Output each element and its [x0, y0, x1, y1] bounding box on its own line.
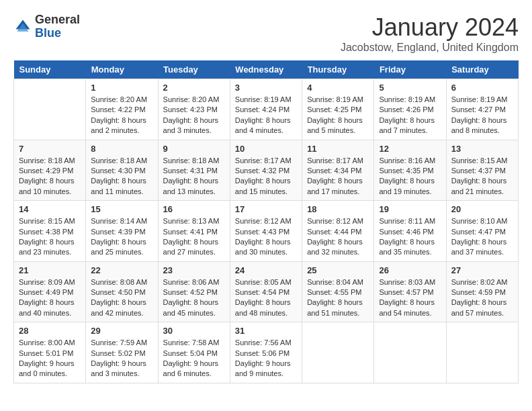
week-row-2: 7Sunrise: 8:18 AM Sunset: 4:29 PM Daylig… — [14, 140, 519, 201]
calendar-cell: 7Sunrise: 8:18 AM Sunset: 4:29 PM Daylig… — [14, 140, 86, 201]
day-info: Sunrise: 8:00 AM Sunset: 5:01 PM Dayligh… — [19, 338, 81, 379]
day-number: 22 — [91, 265, 152, 275]
day-info: Sunrise: 8:03 AM Sunset: 4:57 PM Dayligh… — [379, 277, 441, 319]
calendar-cell: 10Sunrise: 8:17 AM Sunset: 4:32 PM Dayli… — [230, 140, 302, 201]
calendar-cell: 28Sunrise: 8:00 AM Sunset: 5:01 PM Dayli… — [14, 322, 86, 383]
calendar-cell: 25Sunrise: 8:04 AM Sunset: 4:55 PM Dayli… — [302, 261, 374, 322]
day-number: 6 — [451, 83, 513, 93]
calendar-cell: 23Sunrise: 8:06 AM Sunset: 4:52 PM Dayli… — [158, 261, 230, 322]
calendar-cell: 12Sunrise: 8:16 AM Sunset: 4:35 PM Dayli… — [374, 140, 446, 201]
calendar-cell: 19Sunrise: 8:11 AM Sunset: 4:46 PM Dayli… — [374, 201, 446, 262]
day-number: 11 — [307, 144, 369, 154]
calendar-cell: 17Sunrise: 8:12 AM Sunset: 4:43 PM Dayli… — [230, 201, 302, 262]
calendar-cell: 20Sunrise: 8:10 AM Sunset: 4:47 PM Dayli… — [446, 201, 518, 262]
day-number: 24 — [235, 265, 297, 275]
day-number: 31 — [235, 326, 297, 336]
day-number: 29 — [91, 326, 152, 336]
day-number: 26 — [379, 265, 441, 275]
day-info: Sunrise: 8:19 AM Sunset: 4:27 PM Dayligh… — [451, 95, 513, 136]
day-number: 15 — [91, 204, 152, 214]
header-row: SundayMondayTuesdayWednesdayThursdayFrid… — [14, 60, 519, 79]
day-number: 20 — [451, 204, 513, 214]
day-info: Sunrise: 8:15 AM Sunset: 4:37 PM Dayligh… — [451, 156, 513, 197]
calendar-cell — [302, 322, 374, 383]
calendar-cell: 5Sunrise: 8:19 AM Sunset: 4:26 PM Daylig… — [374, 79, 446, 140]
day-number: 2 — [163, 83, 225, 93]
day-info: Sunrise: 8:18 AM Sunset: 4:29 PM Dayligh… — [19, 156, 81, 197]
calendar-cell: 22Sunrise: 8:08 AM Sunset: 4:50 PM Dayli… — [86, 261, 158, 322]
calendar-cell: 4Sunrise: 8:19 AM Sunset: 4:25 PM Daylig… — [302, 79, 374, 140]
day-info: Sunrise: 8:12 AM Sunset: 4:44 PM Dayligh… — [307, 216, 369, 258]
day-info: Sunrise: 8:11 AM Sunset: 4:46 PM Dayligh… — [379, 216, 441, 258]
calendar-cell: 3Sunrise: 8:19 AM Sunset: 4:24 PM Daylig… — [230, 79, 302, 140]
header-cell-friday: Friday — [374, 60, 446, 79]
day-info: Sunrise: 8:02 AM Sunset: 4:59 PM Dayligh… — [451, 277, 513, 319]
day-info: Sunrise: 8:19 AM Sunset: 4:26 PM Dayligh… — [379, 95, 441, 136]
day-number: 8 — [91, 144, 152, 154]
calendar-cell: 15Sunrise: 8:14 AM Sunset: 4:39 PM Dayli… — [86, 201, 158, 262]
day-info: Sunrise: 8:20 AM Sunset: 4:23 PM Dayligh… — [163, 95, 225, 136]
day-number: 16 — [163, 204, 225, 214]
day-info: Sunrise: 8:09 AM Sunset: 4:49 PM Dayligh… — [19, 277, 81, 319]
day-number: 30 — [163, 326, 225, 336]
header-cell-thursday: Thursday — [302, 60, 374, 79]
calendar-cell: 29Sunrise: 7:59 AM Sunset: 5:02 PM Dayli… — [86, 322, 158, 383]
calendar-cell: 16Sunrise: 8:13 AM Sunset: 4:41 PM Dayli… — [158, 201, 230, 262]
day-number: 14 — [19, 204, 81, 214]
day-info: Sunrise: 8:05 AM Sunset: 4:54 PM Dayligh… — [235, 277, 297, 319]
day-number: 23 — [163, 265, 225, 275]
calendar-table: SundayMondayTuesdayWednesdayThursdayFrid… — [13, 60, 519, 383]
header-cell-wednesday: Wednesday — [230, 60, 302, 79]
day-number: 25 — [307, 265, 369, 275]
week-row-1: 1Sunrise: 8:20 AM Sunset: 4:22 PM Daylig… — [14, 79, 519, 140]
location: Jacobstow, England, United Kingdom — [341, 42, 519, 54]
calendar-cell: 30Sunrise: 7:58 AM Sunset: 5:04 PM Dayli… — [158, 322, 230, 383]
day-info: Sunrise: 8:06 AM Sunset: 4:52 PM Dayligh… — [163, 277, 225, 319]
day-info: Sunrise: 8:13 AM Sunset: 4:41 PM Dayligh… — [163, 216, 225, 258]
day-number: 28 — [19, 326, 81, 336]
header-cell-tuesday: Tuesday — [158, 60, 230, 79]
title-section: January 2024 Jacobstow, England, United … — [341, 13, 519, 54]
calendar-cell — [14, 79, 86, 140]
calendar-cell: 14Sunrise: 8:15 AM Sunset: 4:38 PM Dayli… — [14, 201, 86, 262]
day-info: Sunrise: 8:08 AM Sunset: 4:50 PM Dayligh… — [91, 277, 152, 319]
day-info: Sunrise: 8:12 AM Sunset: 4:43 PM Dayligh… — [235, 216, 297, 258]
day-number: 7 — [19, 144, 81, 154]
day-info: Sunrise: 7:58 AM Sunset: 5:04 PM Dayligh… — [163, 338, 225, 379]
day-number: 18 — [307, 204, 369, 214]
day-number: 4 — [307, 83, 369, 93]
day-number: 1 — [91, 83, 152, 93]
logo-icon — [13, 17, 32, 36]
day-number: 21 — [19, 265, 81, 275]
calendar-cell: 2Sunrise: 8:20 AM Sunset: 4:23 PM Daylig… — [158, 79, 230, 140]
calendar-cell: 31Sunrise: 7:56 AM Sunset: 5:06 PM Dayli… — [230, 322, 302, 383]
day-number: 3 — [235, 83, 297, 93]
logo: General Blue — [13, 13, 80, 40]
day-number: 9 — [163, 144, 225, 154]
calendar-header: SundayMondayTuesdayWednesdayThursdayFrid… — [14, 60, 519, 79]
day-info: Sunrise: 8:15 AM Sunset: 4:38 PM Dayligh… — [19, 216, 81, 258]
calendar-body: 1Sunrise: 8:20 AM Sunset: 4:22 PM Daylig… — [14, 79, 519, 383]
day-info: Sunrise: 8:19 AM Sunset: 4:25 PM Dayligh… — [307, 95, 369, 136]
header: General Blue January 2024 Jacobstow, Eng… — [13, 13, 519, 54]
logo-text: General Blue — [35, 13, 80, 40]
week-row-5: 28Sunrise: 8:00 AM Sunset: 5:01 PM Dayli… — [14, 322, 519, 383]
calendar-cell: 21Sunrise: 8:09 AM Sunset: 4:49 PM Dayli… — [14, 261, 86, 322]
day-info: Sunrise: 8:14 AM Sunset: 4:39 PM Dayligh… — [91, 216, 152, 258]
day-number: 10 — [235, 144, 297, 154]
calendar-cell: 6Sunrise: 8:19 AM Sunset: 4:27 PM Daylig… — [446, 79, 518, 140]
day-info: Sunrise: 8:20 AM Sunset: 4:22 PM Dayligh… — [91, 95, 152, 136]
calendar-cell — [374, 322, 446, 383]
week-row-4: 21Sunrise: 8:09 AM Sunset: 4:49 PM Dayli… — [14, 261, 519, 322]
day-info: Sunrise: 8:18 AM Sunset: 4:30 PM Dayligh… — [91, 156, 152, 197]
day-info: Sunrise: 8:17 AM Sunset: 4:32 PM Dayligh… — [235, 156, 297, 197]
calendar-cell: 1Sunrise: 8:20 AM Sunset: 4:22 PM Daylig… — [86, 79, 158, 140]
week-row-3: 14Sunrise: 8:15 AM Sunset: 4:38 PM Dayli… — [14, 201, 519, 262]
day-number: 12 — [379, 144, 441, 154]
calendar-cell: 26Sunrise: 8:03 AM Sunset: 4:57 PM Dayli… — [374, 261, 446, 322]
day-info: Sunrise: 8:16 AM Sunset: 4:35 PM Dayligh… — [379, 156, 441, 197]
header-cell-saturday: Saturday — [446, 60, 518, 79]
calendar-cell: 24Sunrise: 8:05 AM Sunset: 4:54 PM Dayli… — [230, 261, 302, 322]
day-number: 5 — [379, 83, 441, 93]
day-number: 17 — [235, 204, 297, 214]
